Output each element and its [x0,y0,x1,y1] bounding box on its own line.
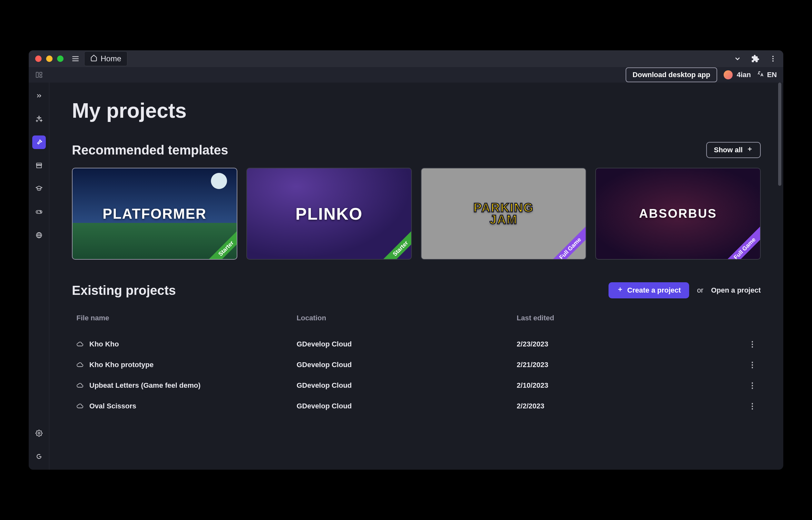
table-row[interactable]: Upbeat Letters (Game feel demo)GDevelop … [72,375,761,396]
location-cell: GDevelop Cloud [297,402,517,410]
subheader: Download desktop app 4ian EN [29,67,783,83]
main-content: My projects Recommended templates Show a… [49,83,783,470]
cloud-icon [76,361,83,368]
file-name-cell: Kho Kho prototype [76,361,297,369]
svg-point-12 [40,211,40,212]
more-vertical-icon[interactable] [769,55,777,62]
avatar [724,70,733,79]
user-menu[interactable]: 4ian [724,70,751,79]
window-zoom-button[interactable] [57,55,63,62]
edited-cell: 2/21/2023 [517,361,737,369]
create-label: Create a project [627,286,681,294]
template-card[interactable]: PARKING JAMFull Game [421,168,586,260]
open-project-link[interactable]: Open a project [711,286,761,294]
existing-title: Existing projects [72,283,176,298]
extensions-icon[interactable] [751,54,759,63]
recommended-title: Recommended templates [72,143,228,157]
table-row[interactable]: Kho KhoGDevelop Cloud2/23/2023⋮ [72,334,761,355]
edited-cell: 2/23/2023 [517,340,737,348]
template-title: PARKING JAM [422,168,586,259]
hamburger-menu-button[interactable] [71,54,80,63]
projects-table: File name Location Last edited Kho KhoGD… [72,308,761,416]
file-name-cell: Oval Scissors [76,402,297,410]
file-name: Kho Kho [89,340,119,348]
show-all-button[interactable]: Show all [706,142,761,158]
sidebar-learn[interactable] [32,182,46,196]
edited-cell: 2/2/2023 [517,402,737,410]
col-edited: Last edited [517,314,737,322]
plus-icon [617,286,623,294]
svg-point-17 [38,432,40,434]
language-label: EN [767,71,777,79]
sidebar-expand-button[interactable] [32,89,46,103]
table-row[interactable]: Oval ScissorsGDevelop Cloud2/2/2023⋮ [72,396,761,416]
col-filename: File name [76,314,297,322]
titlebar: Home [29,50,783,67]
col-location: Location [297,314,517,322]
translate-icon [757,70,764,79]
cloud-icon [76,402,83,410]
edited-cell: 2/10/2023 [517,381,737,390]
template-title: ABSORBUS [596,168,760,259]
file-name: Oval Scissors [89,402,136,410]
row-menu-button[interactable]: ⋮ [737,381,756,390]
row-menu-button[interactable]: ⋮ [737,401,756,411]
svg-rect-8 [40,76,42,77]
row-menu-button[interactable]: ⋮ [737,340,756,349]
scrollbar[interactable] [778,83,781,186]
cloud-icon [76,382,83,389]
panel-toggle-icon[interactable] [35,71,43,79]
location-cell: GDevelop Cloud [297,340,517,348]
sidebar [29,83,49,470]
sidebar-web[interactable] [32,228,46,242]
download-desktop-button[interactable]: Download desktop app [626,68,718,82]
svg-rect-6 [36,72,38,77]
username-label: 4ian [736,71,751,79]
sidebar-settings[interactable] [32,426,46,440]
sidebar-play[interactable] [32,205,46,219]
template-card[interactable]: PLINKOStarter [246,168,412,260]
chevron-down-icon[interactable] [734,55,741,62]
or-text: or [697,286,703,294]
template-title: PLATFORMER [73,168,237,259]
show-all-label: Show all [714,146,743,154]
tab-label: Home [101,54,121,63]
file-name-cell: Upbeat Letters (Game feel demo) [76,381,297,390]
plus-icon [747,146,753,154]
svg-point-3 [772,56,774,57]
file-name-cell: Kho Kho [76,340,297,348]
svg-point-5 [772,60,774,61]
existing-header: Existing projects Create a project or Op… [72,282,761,298]
location-cell: GDevelop Cloud [297,381,517,390]
table-header: File name Location Last edited [72,308,761,334]
home-icon [90,54,98,63]
table-row[interactable]: Kho Kho prototypeGDevelop Cloud2/21/2023… [72,355,761,375]
svg-point-13 [40,212,41,213]
tab-home[interactable]: Home [84,51,127,66]
svg-rect-7 [40,72,42,75]
app-window: Home Download desktop app 4ian [29,50,783,470]
create-project-button[interactable]: Create a project [608,282,689,298]
location-cell: GDevelop Cloud [297,361,517,369]
svg-point-4 [772,58,774,59]
sidebar-store[interactable] [32,159,46,172]
sidebar-gd-logo[interactable] [32,450,46,463]
page-title: My projects [72,99,761,123]
file-name: Kho Kho prototype [89,361,154,369]
cloud-icon [76,341,83,348]
window-close-button[interactable] [35,55,42,62]
sidebar-discover[interactable] [32,112,46,126]
sidebar-build[interactable] [32,135,46,149]
language-toggle[interactable]: EN [757,70,777,79]
body: My projects Recommended templates Show a… [29,83,783,470]
recommended-header: Recommended templates Show all [72,142,761,158]
template-card[interactable]: ABSORBUSFull Game [595,168,761,260]
template-title: PLINKO [247,168,411,259]
traffic-lights [35,55,63,62]
file-name: Upbeat Letters (Game feel demo) [89,381,200,390]
templates-row: PLATFORMERStarterPLINKOStarterPARKING JA… [72,168,761,260]
template-card[interactable]: PLATFORMERStarter [72,168,237,260]
window-minimize-button[interactable] [46,55,53,62]
row-menu-button[interactable]: ⋮ [737,360,756,369]
